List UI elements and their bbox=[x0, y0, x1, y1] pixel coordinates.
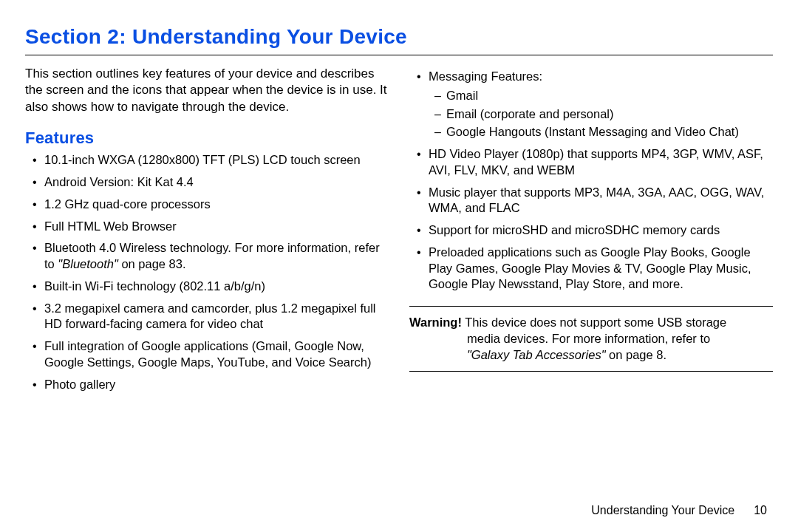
feature-item: Android Version: Kit Kat 4.4 bbox=[31, 174, 389, 191]
warning-text-line3: "Galaxy Tab Accessories" on page 8. bbox=[409, 347, 773, 363]
manual-page: Section 2: Understanding Your Device Thi… bbox=[0, 0, 798, 532]
warning-text: on page 8. bbox=[606, 348, 667, 361]
feature-item: Music player that supports MP3, M4A, 3GA… bbox=[415, 185, 773, 217]
warning-label: Warning! bbox=[409, 316, 462, 329]
features-list-right: Messaging Features: Gmail Email (corpora… bbox=[409, 69, 773, 293]
warning-block: Warning! This device does not support so… bbox=[409, 306, 773, 371]
cross-ref-accessories: "Galaxy Tab Accessories" bbox=[467, 348, 606, 361]
feature-text: Messaging Features: bbox=[429, 69, 542, 83]
feature-item: 3.2 megapixel camera and camcorder, plus… bbox=[31, 301, 389, 333]
feature-item-messaging: Messaging Features: Gmail Email (corpora… bbox=[415, 69, 773, 140]
warning-text: This device does not support some USB st… bbox=[462, 316, 726, 329]
two-column-layout: This section outlines key features of yo… bbox=[25, 66, 773, 399]
feature-item: HD Video Player (1080p) that supports MP… bbox=[415, 146, 773, 179]
feature-item-bluetooth: Bluetooth 4.0 Wireless technology. For m… bbox=[31, 240, 389, 273]
messaging-sublist: Gmail Email (corporate and personal) Goo… bbox=[429, 88, 773, 140]
sub-item: Gmail bbox=[434, 88, 773, 104]
feature-item: Built-in Wi-Fi technology (802.11 a/b/g/… bbox=[31, 279, 389, 295]
footer-page-number: 10 bbox=[754, 504, 767, 516]
feature-item: 1.2 GHz quad-core processors bbox=[31, 197, 389, 213]
sub-item: Email (corporate and personal) bbox=[434, 106, 773, 123]
feature-item: Support for microSHD and microSDHC memor… bbox=[415, 222, 773, 239]
sub-item: Google Hangouts (Instant Messaging and V… bbox=[434, 124, 773, 140]
right-column: Messaging Features: Gmail Email (corpora… bbox=[409, 66, 773, 399]
page-footer: Understanding Your Device10 bbox=[591, 504, 767, 517]
feature-text: on page 83. bbox=[118, 257, 186, 270]
feature-item: Full integration of Google applications … bbox=[31, 338, 389, 371]
feature-item: Photo gallery bbox=[31, 377, 389, 393]
warning-text-line2: media devices. For more information, ref… bbox=[409, 330, 773, 347]
features-list-left: 10.1-inch WXGA (1280x800) TFT (PLS) LCD … bbox=[25, 152, 389, 392]
footer-title: Understanding Your Device bbox=[591, 504, 734, 516]
feature-item: Full HTML Web Browser bbox=[31, 219, 389, 235]
feature-item: Preloaded applications such as Google Pl… bbox=[415, 245, 773, 293]
title-divider bbox=[25, 55, 773, 55]
feature-item: 10.1-inch WXGA (1280x800) TFT (PLS) LCD … bbox=[31, 152, 389, 168]
warning-text: media devices. For more information, ref… bbox=[467, 332, 710, 345]
left-column: This section outlines key features of yo… bbox=[25, 66, 389, 399]
features-heading: Features bbox=[25, 129, 389, 148]
section-intro: This section outlines key features of yo… bbox=[25, 66, 389, 115]
cross-ref-bluetooth: "Bluetooth" bbox=[58, 257, 117, 270]
section-title: Section 2: Understanding Your Device bbox=[25, 25, 773, 49]
